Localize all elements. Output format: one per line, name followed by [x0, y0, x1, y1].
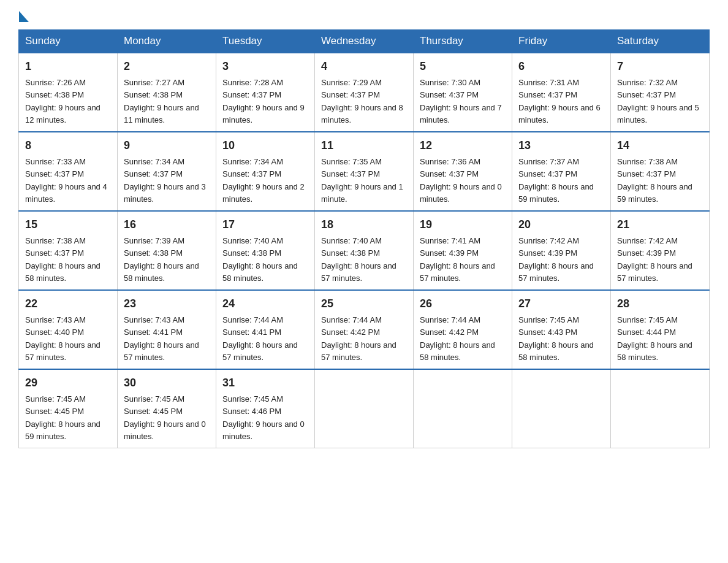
day-info: Sunrise: 7:34 AMSunset: 4:37 PMDaylight:…: [222, 157, 305, 204]
calendar-cell: 7 Sunrise: 7:32 AMSunset: 4:37 PMDayligh…: [611, 53, 710, 132]
day-number: 6: [518, 58, 604, 75]
calendar-week-row: 1 Sunrise: 7:26 AMSunset: 4:38 PMDayligh…: [19, 53, 710, 132]
day-info: Sunrise: 7:40 AMSunset: 4:38 PMDaylight:…: [222, 236, 298, 283]
day-number: 19: [420, 216, 506, 233]
day-info: Sunrise: 7:29 AMSunset: 4:37 PMDaylight:…: [321, 78, 403, 124]
day-info: Sunrise: 7:41 AMSunset: 4:39 PMDaylight:…: [420, 236, 495, 283]
day-number: 21: [617, 216, 703, 233]
calendar-week-row: 8 Sunrise: 7:33 AMSunset: 4:37 PMDayligh…: [19, 132, 710, 211]
calendar-cell: 18 Sunrise: 7:40 AMSunset: 4:38 PMDaylig…: [315, 211, 414, 290]
calendar-cell: 11 Sunrise: 7:35 AMSunset: 4:37 PMDaylig…: [315, 132, 414, 211]
day-number: 13: [518, 137, 604, 154]
calendar-cell: 4 Sunrise: 7:29 AMSunset: 4:37 PMDayligh…: [315, 53, 414, 132]
day-number: 29: [25, 375, 111, 391]
calendar-cell: 17 Sunrise: 7:40 AMSunset: 4:38 PMDaylig…: [216, 211, 315, 290]
calendar-cell: 6 Sunrise: 7:31 AMSunset: 4:37 PMDayligh…: [512, 53, 611, 132]
day-number: 23: [124, 296, 210, 312]
day-number: 14: [617, 137, 703, 154]
day-number: 10: [222, 137, 308, 154]
calendar-cell: 26 Sunrise: 7:44 AMSunset: 4:42 PMDaylig…: [414, 290, 512, 369]
day-info: Sunrise: 7:38 AMSunset: 4:37 PMDaylight:…: [25, 236, 100, 283]
day-number: 2: [124, 58, 210, 75]
day-info: Sunrise: 7:28 AMSunset: 4:37 PMDaylight:…: [222, 78, 305, 124]
weekday-header-friday: Friday: [512, 30, 611, 53]
day-number: 18: [321, 216, 407, 233]
calendar-cell: 30 Sunrise: 7:45 AMSunset: 4:45 PMDaylig…: [118, 369, 216, 448]
calendar-cell: [414, 369, 512, 448]
day-number: 7: [617, 58, 703, 75]
day-number: 24: [222, 296, 308, 312]
day-info: Sunrise: 7:27 AMSunset: 4:38 PMDaylight:…: [124, 78, 199, 124]
day-number: 9: [124, 137, 210, 154]
calendar-cell: 10 Sunrise: 7:34 AMSunset: 4:37 PMDaylig…: [216, 132, 315, 211]
calendar-cell: 28 Sunrise: 7:45 AMSunset: 4:44 PMDaylig…: [611, 290, 710, 369]
day-info: Sunrise: 7:44 AMSunset: 4:41 PMDaylight:…: [222, 315, 298, 362]
page-header: [18, 12, 710, 23]
day-number: 31: [222, 375, 308, 391]
weekday-header-monday: Monday: [118, 30, 216, 53]
day-info: Sunrise: 7:30 AMSunset: 4:37 PMDaylight:…: [420, 78, 502, 124]
weekday-header-tuesday: Tuesday: [216, 30, 315, 53]
day-number: 22: [25, 296, 111, 312]
weekday-header-sunday: Sunday: [19, 30, 118, 53]
calendar-week-row: 15 Sunrise: 7:38 AMSunset: 4:37 PMDaylig…: [19, 211, 710, 290]
calendar-cell: 1 Sunrise: 7:26 AMSunset: 4:38 PMDayligh…: [19, 53, 118, 132]
day-number: 25: [321, 296, 407, 312]
calendar-cell: 23 Sunrise: 7:43 AMSunset: 4:41 PMDaylig…: [118, 290, 216, 369]
calendar-cell: [512, 369, 611, 448]
day-info: Sunrise: 7:34 AMSunset: 4:37 PMDaylight:…: [124, 157, 206, 204]
day-info: Sunrise: 7:43 AMSunset: 4:41 PMDaylight:…: [124, 315, 199, 362]
day-info: Sunrise: 7:45 AMSunset: 4:45 PMDaylight:…: [124, 394, 206, 441]
day-info: Sunrise: 7:42 AMSunset: 4:39 PMDaylight:…: [518, 236, 594, 283]
calendar-cell: 24 Sunrise: 7:44 AMSunset: 4:41 PMDaylig…: [216, 290, 315, 369]
day-info: Sunrise: 7:36 AMSunset: 4:37 PMDaylight:…: [420, 157, 502, 204]
calendar-week-row: 22 Sunrise: 7:43 AMSunset: 4:40 PMDaylig…: [19, 290, 710, 369]
day-info: Sunrise: 7:37 AMSunset: 4:37 PMDaylight:…: [518, 157, 594, 204]
day-info: Sunrise: 7:38 AMSunset: 4:37 PMDaylight:…: [617, 157, 692, 204]
calendar-cell: 20 Sunrise: 7:42 AMSunset: 4:39 PMDaylig…: [512, 211, 611, 290]
day-number: 27: [518, 296, 604, 312]
calendar-cell: 3 Sunrise: 7:28 AMSunset: 4:37 PMDayligh…: [216, 53, 315, 132]
logo-arrow-icon: [19, 11, 29, 22]
logo: [18, 12, 29, 23]
day-number: 26: [420, 296, 506, 312]
calendar-table: SundayMondayTuesdayWednesdayThursdayFrid…: [18, 29, 710, 448]
calendar-cell: 31 Sunrise: 7:45 AMSunset: 4:46 PMDaylig…: [216, 369, 315, 448]
day-info: Sunrise: 7:42 AMSunset: 4:39 PMDaylight:…: [617, 236, 692, 283]
day-number: 1: [25, 58, 111, 75]
day-info: Sunrise: 7:45 AMSunset: 4:45 PMDaylight:…: [25, 394, 100, 441]
calendar-cell: 19 Sunrise: 7:41 AMSunset: 4:39 PMDaylig…: [414, 211, 512, 290]
day-number: 30: [124, 375, 210, 391]
day-info: Sunrise: 7:35 AMSunset: 4:37 PMDaylight:…: [321, 157, 403, 204]
calendar-cell: 15 Sunrise: 7:38 AMSunset: 4:37 PMDaylig…: [19, 211, 118, 290]
day-info: Sunrise: 7:39 AMSunset: 4:38 PMDaylight:…: [124, 236, 199, 283]
weekday-header-row: SundayMondayTuesdayWednesdayThursdayFrid…: [19, 30, 710, 53]
day-number: 16: [124, 216, 210, 233]
day-info: Sunrise: 7:45 AMSunset: 4:44 PMDaylight:…: [617, 315, 692, 362]
day-info: Sunrise: 7:43 AMSunset: 4:40 PMDaylight:…: [25, 315, 100, 362]
calendar-cell: 5 Sunrise: 7:30 AMSunset: 4:37 PMDayligh…: [414, 53, 512, 132]
weekday-header-thursday: Thursday: [414, 30, 512, 53]
day-info: Sunrise: 7:40 AMSunset: 4:38 PMDaylight:…: [321, 236, 396, 283]
weekday-header-saturday: Saturday: [611, 30, 710, 53]
day-number: 12: [420, 137, 506, 154]
calendar-cell: 8 Sunrise: 7:33 AMSunset: 4:37 PMDayligh…: [19, 132, 118, 211]
day-number: 8: [25, 137, 111, 154]
day-number: 5: [420, 58, 506, 75]
day-number: 3: [222, 58, 308, 75]
day-info: Sunrise: 7:33 AMSunset: 4:37 PMDaylight:…: [25, 157, 107, 204]
calendar-cell: 29 Sunrise: 7:45 AMSunset: 4:45 PMDaylig…: [19, 369, 118, 448]
day-info: Sunrise: 7:26 AMSunset: 4:38 PMDaylight:…: [25, 78, 100, 124]
calendar-cell: 25 Sunrise: 7:44 AMSunset: 4:42 PMDaylig…: [315, 290, 414, 369]
day-number: 15: [25, 216, 111, 233]
calendar-cell: 14 Sunrise: 7:38 AMSunset: 4:37 PMDaylig…: [611, 132, 710, 211]
weekday-header-wednesday: Wednesday: [315, 30, 414, 53]
day-number: 4: [321, 58, 407, 75]
calendar-cell: [315, 369, 414, 448]
calendar-cell: 13 Sunrise: 7:37 AMSunset: 4:37 PMDaylig…: [512, 132, 611, 211]
calendar-week-row: 29 Sunrise: 7:45 AMSunset: 4:45 PMDaylig…: [19, 369, 710, 448]
calendar-cell: 2 Sunrise: 7:27 AMSunset: 4:38 PMDayligh…: [118, 53, 216, 132]
day-number: 11: [321, 137, 407, 154]
calendar-cell: [611, 369, 710, 448]
day-info: Sunrise: 7:45 AMSunset: 4:46 PMDaylight:…: [222, 394, 305, 441]
